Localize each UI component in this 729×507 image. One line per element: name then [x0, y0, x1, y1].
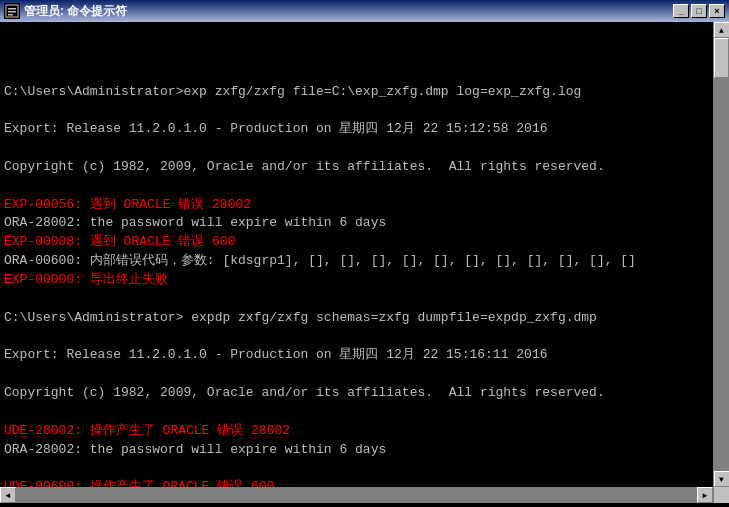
- svg-rect-1: [8, 8, 16, 10]
- console-line: C:\Users\Administrator> expdp zxfg/zxfg …: [4, 309, 709, 328]
- scroll-left-icon: ◄: [6, 491, 11, 500]
- scroll-thumb[interactable]: [714, 38, 729, 78]
- console-line: ORA-28002: the password will expire with…: [4, 441, 709, 460]
- console-line: [4, 177, 709, 196]
- close-button[interactable]: ×: [709, 4, 725, 18]
- maximize-button[interactable]: □: [691, 4, 707, 18]
- minimize-icon: _: [678, 6, 683, 16]
- console-line: [4, 64, 709, 83]
- console-line: [4, 365, 709, 384]
- console-line: UDE-00600: 操作产生了 ORACLE 错误 600: [4, 478, 709, 487]
- console-line: UDE-28002: 操作产生了 ORACLE 错误 28002: [4, 422, 709, 441]
- scroll-up-icon: ▲: [719, 26, 724, 35]
- console-line: [4, 403, 709, 422]
- console-line: [4, 101, 709, 120]
- console-line: Export: Release 11.2.0.1.0 - Production …: [4, 346, 709, 365]
- console-line: EXP-00008: 遇到 ORACLE 错误 600: [4, 233, 709, 252]
- console-line: [4, 459, 709, 478]
- title-bar: 管理员: 命令提示符 _ □ ×: [0, 0, 729, 22]
- scroll-right-icon: ►: [703, 491, 708, 500]
- scroll-down-button[interactable]: ▼: [714, 471, 730, 487]
- maximize-icon: □: [696, 6, 701, 16]
- scroll-track[interactable]: [714, 38, 729, 471]
- scroll-down-icon: ▼: [719, 475, 724, 484]
- console-line: ORA-28002: the password will expire with…: [4, 214, 709, 233]
- console-line: [4, 139, 709, 158]
- svg-rect-2: [8, 11, 16, 13]
- svg-rect-3: [8, 14, 13, 16]
- scroll-up-button[interactable]: ▲: [714, 22, 730, 38]
- scroll-left-button[interactable]: ◄: [0, 487, 16, 503]
- console-line: EXP-00056: 遇到 ORACLE 错误 28002: [4, 196, 709, 215]
- window-title: 管理员: 命令提示符: [24, 3, 127, 20]
- title-bar-left: 管理员: 命令提示符: [4, 3, 127, 20]
- console-line: [4, 328, 709, 347]
- scroll-h-track[interactable]: [16, 487, 697, 503]
- scroll-right-button[interactable]: ►: [697, 487, 713, 503]
- console-line: Copyright (c) 1982, 2009, Oracle and/or …: [4, 158, 709, 177]
- console-line: EXP-00000: 导出终止失败: [4, 271, 709, 290]
- console-line: Copyright (c) 1982, 2009, Oracle and/or …: [4, 384, 709, 403]
- vertical-scrollbar[interactable]: ▲ ▼: [713, 22, 729, 487]
- window-icon: [4, 3, 20, 19]
- console-wrapper: C:\Users\Administrator>exp zxfg/zxfg fil…: [0, 22, 729, 487]
- bottom-area: ◄ ►: [0, 487, 729, 503]
- minimize-button[interactable]: _: [673, 4, 689, 18]
- close-icon: ×: [714, 6, 719, 16]
- console-line: C:\Users\Administrator>exp zxfg/zxfg fil…: [4, 83, 709, 102]
- console-line: [4, 290, 709, 309]
- console-line: ORA-00600: 内部错误代码，参数: [kdsgrp1], [], [],…: [4, 252, 709, 271]
- console-body[interactable]: C:\Users\Administrator>exp zxfg/zxfg fil…: [0, 22, 713, 487]
- corner-box: [713, 487, 729, 503]
- title-bar-buttons: _ □ ×: [673, 4, 725, 18]
- console-line: Export: Release 11.2.0.1.0 - Production …: [4, 120, 709, 139]
